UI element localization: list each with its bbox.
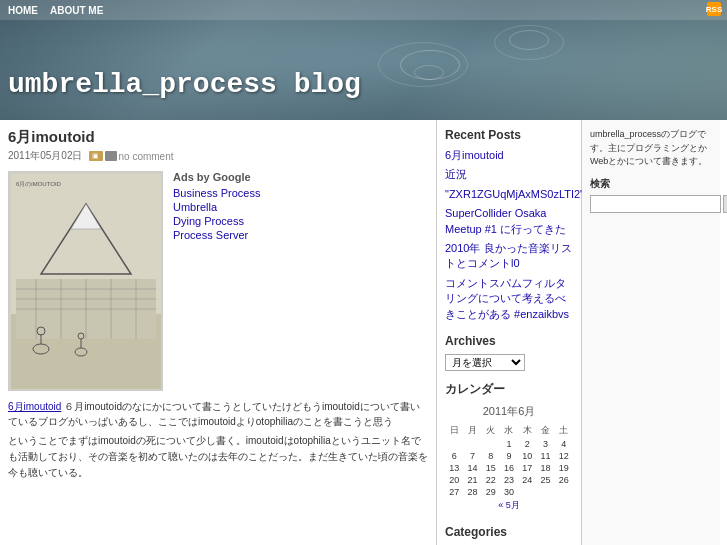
recent-post-3[interactable]: SuperCollider Osaka Meetup #1 に行ってきた	[445, 206, 573, 237]
ads-link-process-server[interactable]: Process Server	[173, 229, 428, 241]
post-excerpt: 6月imoutoid ６月imoutoidのなにかについて書こうとしていたけども…	[8, 399, 428, 429]
main-wrapper: 6月imoutoid 2011年05月02日 ▣ no comment	[0, 120, 727, 545]
cal-week-4: 20 21 22 23 24 25 26	[445, 474, 573, 486]
nav-home[interactable]: HOME	[8, 5, 38, 16]
categories-title: Categories	[445, 525, 573, 539]
header: HOME ABOUT ME RSS umbrella_process blog	[0, 0, 727, 120]
archives-select[interactable]: 月を選択	[445, 354, 525, 371]
comment-icon	[105, 151, 117, 161]
post-image: 6月のiMOUTOID	[8, 171, 163, 391]
ads-title: Ads by Google	[173, 171, 428, 183]
middle-sidebar: Recent Posts 6月imoutoid 近況 "ZXR1ZGUqMjAx…	[437, 120, 582, 545]
calendar-prev-link[interactable]: « 5月	[498, 500, 520, 510]
rss-icon[interactable]: RSS	[707, 2, 721, 16]
search-input[interactable]	[590, 195, 721, 213]
content-area: 6月imoutoid 2011年05月02日 ▣ no comment	[0, 120, 437, 545]
calendar-section: カレンダー 2011年6月 日 月 火 水 木 金 土	[445, 381, 573, 513]
ads-block: Ads by Google Business Process Umbrella …	[173, 171, 428, 391]
recent-post-4[interactable]: 2010年 良かった音楽リストとコメントl0	[445, 241, 573, 272]
excerpt-title-link[interactable]: 6月imoutoid	[8, 401, 61, 412]
recent-post-1[interactable]: 近況	[445, 167, 573, 182]
archives-title: Archives	[445, 334, 573, 348]
calendar-title: カレンダー	[445, 381, 573, 398]
cal-week-3: 13 14 15 16 17 18 19	[445, 462, 573, 474]
recent-post-5[interactable]: コメントスパムフィルタリングについて考えるべきことがある #enzaikbvs	[445, 276, 573, 322]
blog-title: umbrella_process blog	[8, 69, 361, 100]
recent-post-0[interactable]: 6月imoutoid	[445, 148, 573, 163]
post-date: 2011年05月02日	[8, 149, 83, 163]
cal-header-mon: 月	[463, 423, 481, 438]
cal-header-tue: 火	[482, 423, 500, 438]
ads-link-business-process[interactable]: Business Process	[173, 187, 428, 199]
nav-about[interactable]: ABOUT ME	[50, 5, 103, 16]
svg-text:6月のiMOUTOID: 6月のiMOUTOID	[16, 181, 62, 187]
cal-week-5: 27 28 29 30	[445, 486, 573, 498]
categories-section: Categories Cocoa + Objective-C (2) concr…	[445, 525, 573, 545]
navigation-bar: HOME ABOUT ME RSS	[0, 0, 727, 20]
ads-link-dying-process[interactable]: Dying Process	[173, 215, 428, 227]
no-comment-link[interactable]: no comment	[119, 151, 174, 162]
post-meta-icons: ▣ no comment	[89, 151, 174, 162]
archives-section: Archives 月を選択	[445, 334, 573, 371]
excerpt-body: ６月imoutoidのなにかについて書こうとしていたけどもうimoutoidにつ…	[8, 401, 420, 427]
archives-select-wrapper: 月を選択	[445, 354, 573, 371]
search-button[interactable]: 出	[723, 195, 727, 213]
right-sidebar: umbrella_processのブログです。主にプログラミングとかWebとかに…	[582, 120, 720, 545]
post-title: 6月imoutoid	[8, 128, 428, 147]
right-sidebar-description: umbrella_processのブログです。主にプログラミングとかWebとかに…	[590, 128, 712, 169]
cal-header-wed: 水	[500, 423, 518, 438]
cal-header-sat: 土	[555, 423, 573, 438]
calendar-table: 日 月 火 水 木 金 土 1 2	[445, 423, 573, 513]
cal-header-sun: 日	[445, 423, 463, 438]
post-body-top: 6月のiMOUTOID Ads by Google Business Proce…	[8, 171, 428, 391]
search-label: 検索	[590, 177, 712, 191]
cal-header-thu: 木	[518, 423, 536, 438]
recent-post-2[interactable]: "ZXR1ZGUqMjAxMS0zLTI2"	[445, 187, 573, 202]
cal-week-2: 6 7 8 9 10 11 12	[445, 450, 573, 462]
recent-posts-title: Recent Posts	[445, 128, 573, 142]
ads-link-umbrella[interactable]: Umbrella	[173, 201, 428, 213]
category-icon: ▣	[89, 151, 103, 161]
post-body-text: ということでまずはimoutoidの死について少し書く。imoutoidはoto…	[8, 433, 428, 481]
cal-header-fri: 金	[536, 423, 554, 438]
calendar-month: 2011年6月	[445, 404, 573, 419]
cal-week-1: 1 2 3 4	[445, 438, 573, 450]
search-wrapper: 出	[590, 195, 712, 213]
cal-prev-row: « 5月	[445, 498, 573, 513]
post-meta: 2011年05月02日 ▣ no comment	[8, 149, 428, 163]
